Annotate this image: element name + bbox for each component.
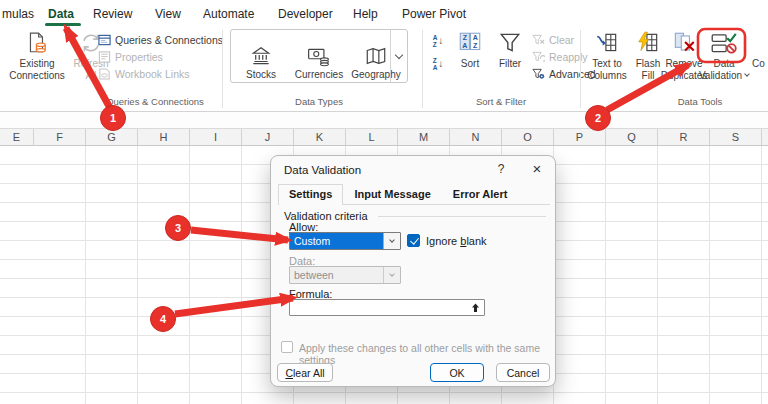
existing-connections-icon bbox=[25, 30, 49, 56]
tab-review[interactable]: Review bbox=[93, 7, 132, 21]
data-validation-button[interactable]: Data Validation bbox=[702, 29, 746, 91]
column-header[interactable]: S bbox=[710, 129, 762, 145]
tab-automate[interactable]: Automate bbox=[203, 7, 254, 21]
data-types-gallery-dropdown[interactable] bbox=[390, 30, 407, 82]
column-header[interactable]: K bbox=[294, 129, 346, 145]
arrow-down-icon: ↓ bbox=[438, 36, 443, 46]
group-separator bbox=[580, 30, 581, 108]
svg-text:A: A bbox=[462, 42, 467, 49]
column-header[interactable]: I bbox=[190, 129, 242, 145]
formula-input[interactable] bbox=[292, 301, 468, 314]
column-header[interactable]: E bbox=[0, 129, 34, 145]
ribbon: Existing Connections Refresh All Queries… bbox=[0, 27, 768, 112]
tab-view[interactable]: View bbox=[155, 7, 181, 21]
text-to-columns-button[interactable]: Text to Columns bbox=[584, 29, 630, 91]
arrow-down-icon: ↓ bbox=[438, 59, 443, 69]
properties-button[interactable]: Properties bbox=[98, 49, 163, 64]
arrow-up-icon bbox=[471, 303, 480, 313]
column-headers: E F G H I J K L M N O P Q R S bbox=[0, 128, 768, 146]
advanced-filter-icon bbox=[532, 68, 545, 80]
sort-descending-button[interactable]: Z A ↓ bbox=[427, 54, 449, 74]
tab-help[interactable]: Help bbox=[353, 7, 378, 21]
dropdown-arrow-button bbox=[383, 267, 400, 283]
sort-button[interactable]: Z A A Z Sort bbox=[452, 29, 488, 91]
column-header[interactable]: H bbox=[138, 129, 190, 145]
currencies-button[interactable]: Currencies bbox=[289, 33, 349, 80]
dialog-close-button[interactable]: × bbox=[525, 160, 549, 177]
column-header[interactable]: O bbox=[502, 129, 554, 145]
tab-settings[interactable]: Settings bbox=[278, 184, 343, 205]
clear-filter-button[interactable]: Clear bbox=[532, 32, 574, 47]
column-header[interactable]: G bbox=[86, 129, 138, 145]
tab-power-pivot[interactable]: Power Pivot bbox=[402, 7, 466, 21]
consolidate-button-partial[interactable]: Co bbox=[752, 58, 765, 69]
ignore-blank-checkbox[interactable] bbox=[407, 234, 420, 247]
chevron-down-icon bbox=[395, 50, 403, 58]
dialog-title: Data Validation bbox=[284, 164, 361, 176]
sort-dialog-icon: Z A A Z bbox=[457, 30, 483, 56]
section-divider bbox=[378, 216, 546, 217]
data-types-gallery: Stocks Currencies Geography bbox=[230, 29, 408, 83]
ribbon-tab-bar: mulas Data Review View Automate Develope… bbox=[0, 0, 768, 27]
collapse-dialog-button[interactable] bbox=[469, 302, 482, 314]
existing-connections-button[interactable]: Existing Connections bbox=[6, 29, 68, 91]
sort-az-icon: A Z bbox=[433, 34, 438, 48]
ok-button[interactable]: OK bbox=[430, 363, 484, 382]
svg-text:A: A bbox=[473, 34, 478, 41]
apply-changes-checkbox[interactable] bbox=[281, 341, 293, 353]
allow-selected-value: Custom bbox=[290, 233, 383, 249]
active-tab-underline bbox=[45, 23, 81, 26]
column-header[interactable]: M bbox=[398, 129, 450, 145]
ignore-blank-label[interactable]: Ignore blank bbox=[426, 235, 487, 247]
sort-za-icon: Z A bbox=[433, 57, 438, 71]
clear-all-button[interactable]: Clear All bbox=[277, 363, 333, 382]
formula-input-wrap bbox=[289, 299, 485, 316]
geography-icon bbox=[364, 45, 388, 67]
column-header[interactable]: F bbox=[34, 129, 86, 145]
column-header[interactable] bbox=[762, 129, 768, 145]
currencies-icon bbox=[307, 45, 331, 67]
remove-duplicates-icon bbox=[671, 30, 697, 56]
column-header[interactable]: Q bbox=[606, 129, 658, 145]
data-validation-icon bbox=[709, 30, 739, 56]
chevron-down-icon bbox=[389, 271, 395, 277]
dialog-tabs: Settings Input Message Error Alert bbox=[278, 183, 550, 205]
column-header[interactable]: P bbox=[554, 129, 606, 145]
dialog-help-button[interactable]: ? bbox=[491, 162, 511, 176]
column-header[interactable]: N bbox=[450, 129, 502, 145]
data-dropdown: between bbox=[289, 266, 401, 284]
allow-dropdown[interactable]: Custom bbox=[289, 232, 401, 250]
flash-fill-icon bbox=[635, 30, 661, 56]
tab-input-message[interactable]: Input Message bbox=[343, 184, 441, 204]
stocks-button[interactable]: Stocks bbox=[235, 33, 287, 80]
reapply-filter-icon bbox=[532, 51, 545, 63]
data-selected-value: between bbox=[290, 267, 383, 283]
chevron-down-icon bbox=[389, 237, 395, 243]
tab-error-alert[interactable]: Error Alert bbox=[442, 184, 519, 204]
stocks-icon bbox=[250, 45, 272, 67]
filter-button[interactable]: Filter bbox=[491, 29, 529, 91]
cancel-button[interactable]: Cancel bbox=[496, 363, 550, 382]
svg-text:Z: Z bbox=[463, 34, 468, 41]
properties-icon bbox=[98, 51, 111, 63]
data-validation-dialog: Data Validation ? × Settings Input Messa… bbox=[270, 155, 556, 387]
remove-duplicates-button[interactable]: Remove Duplicates bbox=[664, 29, 704, 91]
tab-developer[interactable]: Developer bbox=[278, 7, 333, 21]
group-label-sort-filter: Sort & Filter bbox=[401, 96, 601, 107]
flash-fill-button[interactable]: Flash Fill bbox=[632, 29, 664, 91]
group-label-data-types: Data Types bbox=[219, 96, 419, 107]
queries-connections-icon bbox=[98, 34, 111, 46]
text-to-columns-icon bbox=[594, 30, 620, 56]
workbook-links-button[interactable]: Workbook Links bbox=[98, 66, 190, 81]
dropdown-arrow-button[interactable] bbox=[383, 233, 400, 249]
column-header[interactable]: L bbox=[346, 129, 398, 145]
tab-data[interactable]: Data bbox=[48, 7, 74, 21]
column-header[interactable]: J bbox=[242, 129, 294, 145]
sort-ascending-button[interactable]: A Z ↓ bbox=[427, 31, 449, 51]
chevron-down-icon bbox=[744, 71, 750, 77]
queries-and-connections-button[interactable]: Queries & Connections bbox=[98, 32, 223, 47]
tab-formulas-partial[interactable]: mulas bbox=[2, 7, 34, 21]
column-header[interactable]: R bbox=[658, 129, 710, 145]
workbook-links-icon bbox=[98, 68, 111, 80]
group-label-data-tools: Data Tools bbox=[600, 96, 768, 107]
